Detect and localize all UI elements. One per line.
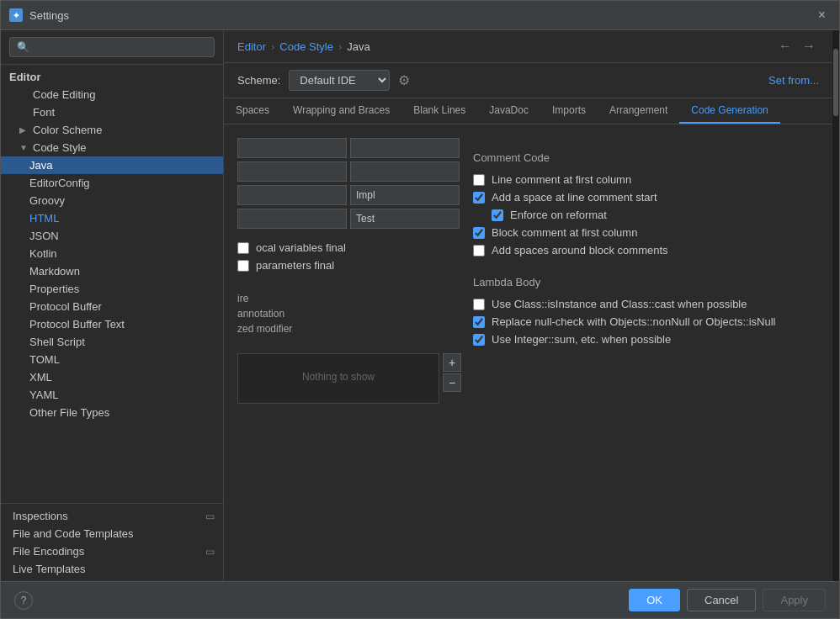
sidebar-item-xml[interactable]: XML	[1, 368, 223, 386]
comment-code-title: Comment Code	[473, 151, 819, 164]
back-button[interactable]: ←	[775, 39, 795, 54]
tab-code-generation[interactable]: Code Generation	[679, 98, 779, 124]
sidebar-item-yaml[interactable]: YAML	[1, 386, 223, 404]
shell-script-label: Shell Script	[29, 336, 85, 348]
tab-blank-lines[interactable]: Blank Lines	[401, 98, 477, 124]
sidebar-item-file-encodings[interactable]: File Encodings ▭	[1, 542, 223, 560]
checkbox-add-spaces-block: Add spaces around block comments	[473, 241, 819, 259]
input-field-2b[interactable]	[350, 161, 460, 182]
properties-label: Properties	[29, 283, 79, 295]
sidebar-item-properties[interactable]: Properties	[1, 280, 223, 298]
sidebar-item-code-editing[interactable]: Code Editing	[1, 86, 223, 103]
block-comment-first-col-checkbox[interactable]	[473, 227, 485, 239]
settings-dialog: ✦ Settings × Editor Code Editing Fon	[0, 0, 840, 619]
input-field-impl[interactable]	[350, 185, 460, 205]
tab-spaces[interactable]: Spaces	[224, 98, 281, 124]
sidebar-item-editor[interactable]: Editor	[1, 68, 223, 86]
breadcrumb-code-style[interactable]: Code Style	[279, 40, 333, 53]
block-comment-first-col-label: Block comment at first column	[492, 226, 637, 239]
sidebar-item-markdown[interactable]: Markdown	[1, 262, 223, 280]
tab-javadoc[interactable]: JavaDoc	[477, 98, 540, 124]
input-field-1a[interactable]	[237, 138, 347, 158]
params-checkbox[interactable]	[237, 260, 249, 272]
sidebar-item-json[interactable]: JSON	[1, 227, 223, 245]
add-button[interactable]: +	[443, 353, 461, 372]
groovy-label: Groovy	[29, 194, 65, 207]
sidebar-item-file-code-templates[interactable]: File and Code Templates	[1, 525, 223, 542]
checkbox-add-space-line-comment: Add a space at line comment start	[473, 188, 819, 206]
scheme-select[interactable]: Default IDE	[289, 70, 390, 91]
sidebar-item-other-file-types[interactable]: Other File Types	[1, 404, 223, 421]
gear-icon[interactable]: ⚙	[398, 72, 410, 88]
tab-wrapping[interactable]: Wrapping and Braces	[281, 98, 401, 124]
dialog-title: Settings	[29, 9, 69, 22]
breadcrumb-editor[interactable]: Editor	[237, 40, 266, 53]
help-button[interactable]: ?	[14, 591, 33, 610]
apply-button[interactable]: Apply	[763, 589, 826, 611]
html-label: HTML	[29, 212, 59, 225]
line-comment-first-col-checkbox[interactable]	[473, 174, 485, 186]
remove-button[interactable]: −	[443, 373, 461, 392]
sidebar-item-shell-script[interactable]: Shell Script	[1, 333, 223, 351]
breadcrumb-nav: ← →	[775, 39, 819, 54]
input-field-4a[interactable]	[237, 209, 347, 229]
sidebar-item-java[interactable]: Java	[1, 156, 223, 174]
list-action-buttons: + −	[443, 353, 461, 392]
breadcrumb-sep-1: ›	[271, 40, 274, 53]
sidebar-item-toml[interactable]: TOML	[1, 351, 223, 368]
lambda-body-title: Lambda Body	[473, 276, 819, 288]
font-label: Font	[33, 106, 55, 119]
local-vars-label: ocal variables final	[256, 241, 346, 254]
bottom-list: Nothing to show	[237, 353, 439, 404]
expand-arrow-code-style: ▼	[19, 143, 28, 152]
input-field-test[interactable]	[350, 209, 460, 229]
input-field-1b[interactable]	[350, 138, 460, 158]
sidebar-item-kotlin[interactable]: Kotlin	[1, 245, 223, 262]
input-field-2a[interactable]	[237, 161, 347, 182]
sidebar-bottom: Inspections ▭ File and Code Templates Fi…	[1, 503, 223, 581]
enforce-reformat-checkbox[interactable]	[492, 209, 503, 221]
sidebar-item-protocol-buffer-text[interactable]: Protocol Buffer Text	[1, 315, 223, 333]
forward-button[interactable]: →	[799, 39, 819, 54]
use-class-isinstance-checkbox[interactable]	[473, 299, 485, 310]
search-input[interactable]	[9, 37, 215, 57]
sidebar-item-groovy[interactable]: Groovy	[1, 192, 223, 209]
tabs-bar: Spaces Wrapping and Braces Blank Lines J…	[224, 98, 832, 124]
checkbox-use-integer-sum: Use Integer::sum, etc. when possible	[473, 331, 819, 348]
cancel-button[interactable]: Cancel	[687, 589, 756, 611]
right-scrollbar[interactable]	[832, 30, 839, 581]
close-button[interactable]: ×	[813, 6, 831, 24]
checkbox-enforce-reformat: Enforce on reformat	[473, 206, 819, 224]
line-comment-first-col-label: Line comment at first column	[492, 173, 631, 186]
local-vars-checkbox[interactable]	[237, 242, 249, 254]
xml-label: XML	[29, 371, 52, 384]
scroll-thumb[interactable]	[833, 49, 838, 116]
sidebar-item-live-templates[interactable]: Live Templates	[1, 560, 223, 578]
lambda-body-section: Lambda Body Use Class::isInstance and Cl…	[473, 276, 819, 348]
bottom-list-container: Nothing to show + −	[237, 353, 439, 404]
tab-arrangement[interactable]: Arrangement	[598, 98, 679, 124]
tab-imports[interactable]: Imports	[540, 98, 598, 124]
label-ire: ire	[237, 291, 439, 306]
sidebar-item-font[interactable]: Font	[1, 103, 223, 121]
sidebar-item-editorconfig[interactable]: EditorConfig	[1, 174, 223, 192]
sidebar-item-color-scheme[interactable]: ▶ Color Scheme	[1, 121, 223, 139]
dialog-body: Editor Code Editing Font ▶ Color Scheme …	[1, 30, 839, 581]
code-style-label: Code Style	[33, 141, 87, 154]
sidebar-item-inspections[interactable]: Inspections ▭	[1, 507, 223, 525]
add-space-line-comment-checkbox[interactable]	[473, 192, 485, 204]
add-spaces-block-checkbox[interactable]	[473, 245, 485, 257]
file-encodings-icon: ▭	[205, 546, 215, 558]
sidebar-item-html[interactable]: HTML	[1, 209, 223, 227]
ok-button[interactable]: OK	[629, 589, 680, 611]
input-field-3a[interactable]	[237, 185, 347, 205]
checkbox-use-class-isinstance: Use Class::isInstance and Class::cast wh…	[473, 295, 819, 313]
use-integer-sum-checkbox[interactable]	[473, 334, 485, 346]
replace-null-check-checkbox[interactable]	[473, 316, 485, 328]
set-from-button[interactable]: Set from...	[768, 74, 819, 87]
add-spaces-block-label: Add spaces around block comments	[492, 244, 668, 257]
sidebar-item-code-style[interactable]: ▼ Code Style	[1, 139, 223, 156]
sidebar-item-protocol-buffer[interactable]: Protocol Buffer	[1, 298, 223, 315]
checkbox-replace-null-check: Replace null-check with Objects::nonNull…	[473, 313, 819, 331]
replace-null-check-label: Replace null-check with Objects::nonNull…	[492, 315, 775, 328]
